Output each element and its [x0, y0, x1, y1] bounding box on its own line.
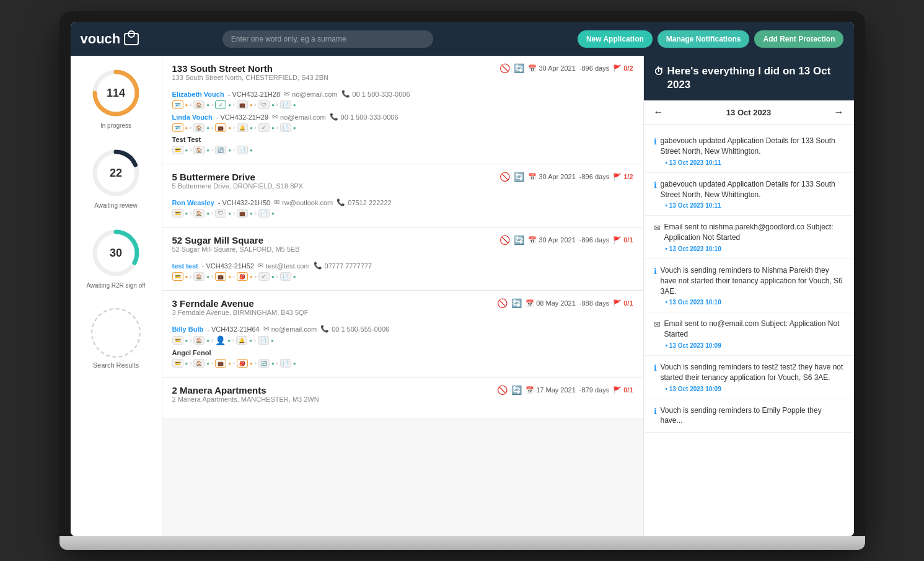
- in-progress-circle: 114: [91, 68, 141, 118]
- wf-arrow-f1: ›: [190, 337, 191, 343]
- awaiting-r2r-number: 30: [110, 247, 122, 260]
- stat-awaiting-review[interactable]: 22 Awaiting review: [91, 148, 141, 210]
- tenant-name-2-0[interactable]: test test: [172, 262, 198, 270]
- wf-arrow-g4: ›: [255, 360, 257, 366]
- activity-item-2: ✉ Email sent to nishma.parekh@goodlord.c…: [644, 216, 854, 259]
- wf-arrow-1: ›: [190, 102, 191, 108]
- property-name-3[interactable]: 3 Ferndale Avenue: [172, 298, 309, 309]
- wf-arrow-d2: ›: [211, 210, 213, 216]
- wf-doc-icon: 📄: [280, 100, 291, 109]
- wf-card-e1: 💳: [172, 272, 183, 281]
- wf-home-e1: 🏠: [193, 272, 205, 281]
- wf-dot-d3: ●: [228, 211, 231, 216]
- wf-dot-d5: ●: [271, 211, 275, 216]
- wf-dot-e2: ●: [206, 274, 209, 280]
- prev-date-button[interactable]: ←: [654, 107, 664, 118]
- wf-home-icon-c: 🏠: [193, 146, 205, 154]
- property-header-3: 3 Ferndale Avenue 3 Ferndale Avenue, BIR…: [172, 298, 633, 321]
- workflow-row-0-extra: 💳 ● › 🏠 ● › 🔄 ● › 📄 ●: [172, 146, 633, 154]
- property-name-0[interactable]: 133 South Street North: [172, 63, 329, 74]
- search-results-stat[interactable]: Search Results: [91, 308, 141, 369]
- activity-item-3: ℹ Vouch is sending reminders to Nishma P…: [644, 259, 854, 312]
- new-application-button[interactable]: New Application: [578, 30, 653, 48]
- clock-icon: ⏱: [654, 66, 664, 79]
- manage-notifications-button[interactable]: Manage Notifications: [658, 30, 750, 48]
- wf-bag2-e1: 🎒: [237, 272, 248, 281]
- activity-list: ℹ gabevouch updated Application Details …: [644, 125, 854, 536]
- tenant-phone-3-0: 📞 00 1 500-555-0006: [320, 325, 389, 333]
- stat-in-progress[interactable]: 114 In progress: [91, 68, 141, 130]
- wf-refresh-icon-c: 🔄: [215, 146, 226, 154]
- wf-dot-b3: ●: [228, 125, 231, 131]
- info-icon-3: ℹ: [654, 266, 657, 296]
- search-input[interactable]: [222, 30, 433, 48]
- refresh-icon-2: 🔄: [514, 235, 524, 245]
- wf-card-icon-c: 💳: [172, 146, 183, 154]
- wf-dot-g5: ●: [271, 361, 275, 366]
- wf-dot-f1: ●: [185, 338, 188, 343]
- extra-tenant-row-3: Angel Fenol: [172, 349, 633, 356]
- activity-item-4: ✉ Email sent to no@email.com Subject: Ap…: [644, 312, 854, 356]
- activity-item-0: ℹ gabevouch updated Application Details …: [644, 130, 854, 173]
- property-name-1[interactable]: 5 Buttermere Drive: [172, 172, 304, 182]
- wf-arrow-b2: ›: [211, 125, 213, 131]
- property-name-4[interactable]: 2 Manera Apartments: [172, 385, 319, 395]
- tenant-name-0-0[interactable]: Elizabeth Vouch: [172, 91, 224, 98]
- property-header-0: 133 South Street North 133 South Street …: [172, 63, 633, 86]
- tenant-phone-0-1: 📞 00 1 500-333-0006: [330, 113, 398, 121]
- awaiting-review-number: 22: [110, 167, 122, 180]
- no-photo-icon-3: 🚫: [497, 298, 508, 308]
- extra-tenant-name-3[interactable]: Angel Fenol: [172, 349, 211, 356]
- extra-tenant-name-0[interactable]: Test Test: [172, 136, 201, 143]
- tenant-name-0-1[interactable]: Linda Vouch: [172, 113, 213, 121]
- wf-card-f1: 💳: [172, 336, 183, 345]
- property-card-1: 5 Buttermere Drive 5 Buttermere Drive, D…: [162, 164, 643, 227]
- wf-arrow-e2: ›: [211, 273, 213, 280]
- wf-arrow-d4: ›: [255, 210, 257, 216]
- tenant-name-3-0[interactable]: Billy Bulb: [172, 325, 204, 333]
- logo-house-icon: [124, 33, 139, 45]
- wf-bag2-g1: 🎒: [237, 359, 248, 368]
- add-rent-protection-button[interactable]: Add Rent Protection: [754, 30, 843, 48]
- workflow-row-3-extra: 💳 ● › 🏠 ● › 💼 ● › 🎒 ● › 🔄 ●: [172, 359, 633, 368]
- property-address-0: 133 South Street North, CHESTERFIELD, S4…: [172, 74, 329, 81]
- wf-bag-d1: 💼: [237, 209, 248, 218]
- wf-arrow-b4: ›: [255, 125, 257, 131]
- wf-dot-b2: ●: [206, 125, 209, 131]
- refresh-icon-0: 🔄: [514, 63, 524, 73]
- wf-dot-d1: ●: [185, 211, 188, 216]
- wf-doc-d1: 📄: [258, 209, 270, 218]
- wf-dot-f2: ●: [206, 338, 209, 343]
- wf-check-icon-b: ✓: [258, 123, 270, 132]
- wf-dot-g1: ●: [185, 361, 188, 366]
- wf-arrow-d3: ›: [233, 210, 235, 216]
- next-date-button[interactable]: →: [834, 107, 844, 118]
- wf-shield-icon: 🛡: [258, 100, 270, 109]
- email-icon-4: ✉: [654, 319, 661, 340]
- activity-content-3: Vouch is sending reminders to Nishma Par…: [661, 265, 844, 296]
- search-bar[interactable]: [222, 30, 433, 48]
- wf-home-d1: 🏠: [193, 209, 205, 218]
- sidebar: 114 In progress 22: [71, 56, 162, 536]
- workflow-row-0-0: 🪪 ● › 🏠 ● › ✓ ● › 💼 ● › 🛡 ●: [172, 100, 633, 109]
- property-meta-0: 🚫 🔄 📅 30 Apr 2021 -896 days 🚩 0/2: [499, 63, 633, 73]
- property-header-1: 5 Buttermere Drive 5 Buttermere Drive, D…: [172, 172, 633, 195]
- activity-content-4: Email sent to no@email.com Subject: Appl…: [664, 319, 844, 340]
- wf-arrow-e4: ›: [255, 273, 257, 280]
- property-header-2: 52 Sugar Mill Square 52 Sugar Mill Squar…: [172, 235, 633, 258]
- activity-item-6: ℹ Vouch is sending reminders to Emily Po…: [644, 399, 854, 433]
- wf-doc-g1: 📄: [280, 359, 291, 368]
- in-progress-number: 114: [107, 87, 125, 100]
- property-flag-1: 🚩 1/2: [613, 173, 633, 181]
- property-date-3: 📅 08 May 2021: [526, 299, 576, 307]
- no-photo-icon-4: 🚫: [497, 385, 508, 395]
- activity-text-6: ℹ Vouch is sending reminders to Emily Po…: [654, 405, 844, 426]
- wf-dot-4: ●: [250, 102, 253, 108]
- property-flag-4: 🚩 0/1: [613, 386, 633, 394]
- tenant-name-1-0[interactable]: Ron Weasley: [172, 199, 214, 206]
- wf-dot-c3: ●: [228, 148, 231, 153]
- stat-awaiting-r2r[interactable]: 30 Awaiting R2R sign off: [86, 228, 145, 289]
- wf-doc-e1: 📄: [280, 272, 291, 281]
- property-name-2[interactable]: 52 Sugar Mill Square: [172, 235, 300, 245]
- workflow-row-1-0: 💳 ● › 🏠 ● › 🛡 ● › 💼 ● › 📄 ●: [172, 209, 633, 218]
